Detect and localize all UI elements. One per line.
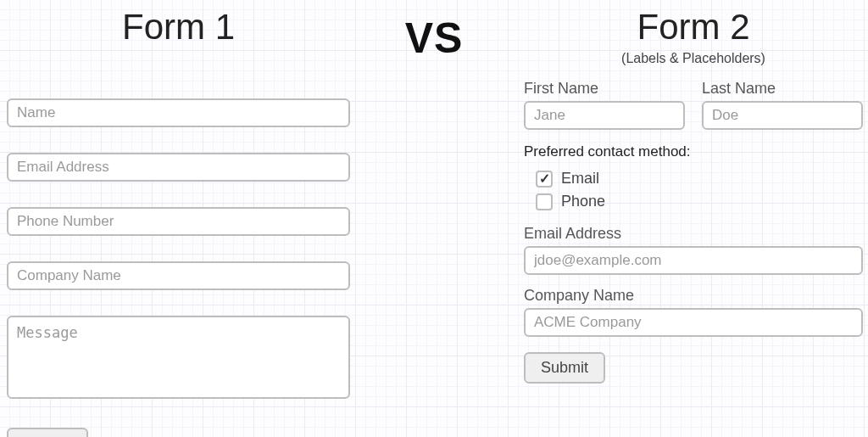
form2-company-label: Company Name [524,287,863,305]
form2-company-input[interactable] [524,308,863,337]
form2-contact-option-email-label: Email [561,170,599,188]
form2-last-name-label: Last Name [702,80,863,98]
form1-submit-button[interactable]: Submit [7,428,88,437]
form2-subtitle: (Labels & Placeholders) [524,51,863,66]
form1-title: Form 1 [7,7,350,48]
form2-contact-method-label: Preferred contact method: [524,143,863,160]
checkbox-unchecked-icon[interactable] [536,193,553,210]
form2-email-label: Email Address [524,225,863,243]
form2-container: Form 2 (Labels & Placeholders) First Nam… [524,0,863,384]
form2-submit-button[interactable]: Submit [524,352,605,384]
checkbox-checked-icon[interactable] [536,171,553,188]
form1-email-input[interactable] [7,153,350,182]
form1-message-textarea[interactable] [7,316,350,399]
form1-container: Form 1 Submit [7,0,350,437]
form2-contact-option-phone-label: Phone [561,193,605,210]
form2-contact-option-phone[interactable]: Phone [524,190,863,213]
form1-name-input[interactable] [7,98,350,127]
form2-last-name-input[interactable] [702,101,863,130]
form2-first-name-input[interactable] [524,101,685,130]
form2-first-name-label: First Name [524,80,685,98]
form1-company-input[interactable] [7,261,350,290]
form2-title: Form 2 [524,7,863,48]
form2-email-input[interactable] [524,246,863,275]
form1-phone-input[interactable] [7,207,350,236]
form2-contact-option-email[interactable]: Email [524,167,863,190]
